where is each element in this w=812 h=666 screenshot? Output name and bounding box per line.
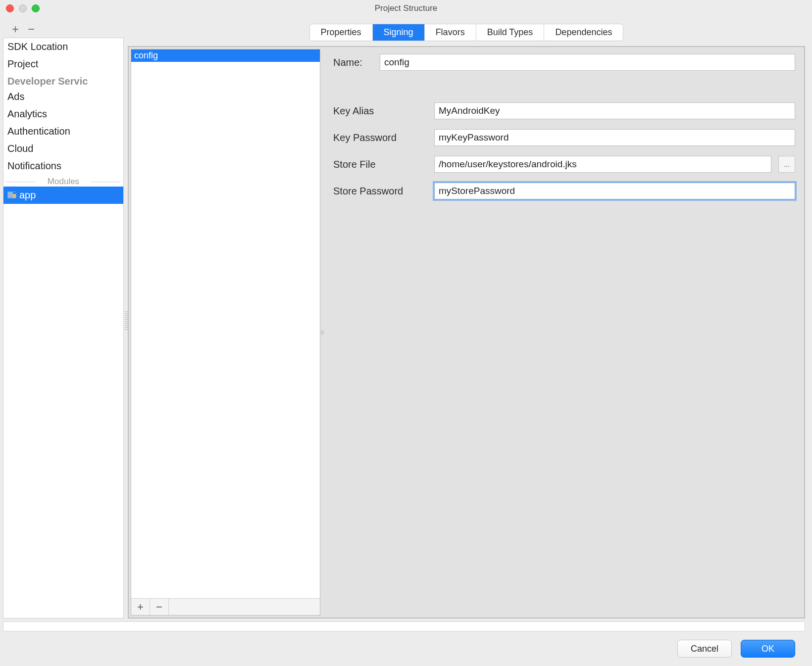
- cancel-button[interactable]: Cancel: [677, 640, 732, 658]
- sidebar-header-modules: Modules: [3, 177, 123, 187]
- tabs: Properties Signing Flavors Build Types D…: [128, 24, 805, 41]
- config-list: config + −: [131, 49, 320, 616]
- module-icon: [7, 191, 16, 198]
- sidebar-item-project[interactable]: Project: [3, 55, 123, 73]
- row-name: Name:: [333, 54, 795, 71]
- remove-module-icon[interactable]: −: [28, 23, 35, 35]
- sidebar-item-ads[interactable]: Ads: [3, 88, 123, 105]
- remove-config-button[interactable]: −: [150, 599, 169, 615]
- content-area: + − SDK Location Project Developer Servi…: [0, 17, 812, 618]
- tab-dependencies[interactable]: Dependencies: [544, 24, 623, 41]
- row-store-password: Store Password: [333, 183, 795, 199]
- splitter-grip-icon[interactable]: [125, 311, 128, 331]
- status-bar: [3, 621, 805, 631]
- sidebar-item-cloud[interactable]: Cloud: [3, 140, 123, 157]
- sidebar-toolbar: + −: [3, 24, 124, 38]
- signing-panel: config + − Name: Key Alias: [128, 46, 805, 618]
- sidebar-item-authentication[interactable]: Authentication: [3, 123, 123, 140]
- label-store-password: Store Password: [333, 186, 427, 197]
- row-key-password: Key Password: [333, 129, 795, 146]
- browse-store-file-button[interactable]: ...: [778, 156, 795, 173]
- row-store-file: Store File ...: [333, 156, 795, 173]
- project-structure-window: Project Structure + − SDK Location Proje…: [0, 0, 812, 666]
- tab-signing[interactable]: Signing: [373, 24, 425, 41]
- main-panel: Properties Signing Flavors Build Types D…: [128, 24, 805, 618]
- label-store-file: Store File: [333, 159, 427, 170]
- store-file-field[interactable]: [434, 156, 771, 173]
- label-key-password: Key Password: [333, 132, 427, 143]
- sidebar-item-analytics[interactable]: Analytics: [3, 105, 123, 123]
- add-config-button[interactable]: +: [131, 599, 150, 615]
- label-key-alias: Key Alias: [333, 105, 427, 117]
- ok-button[interactable]: OK: [741, 640, 795, 658]
- row-key-alias: Key Alias: [333, 102, 795, 119]
- sidebar-list: SDK Location Project Developer Servic Ad…: [3, 38, 124, 618]
- signing-form: Name: Key Alias Key Password Store File: [324, 47, 804, 618]
- sidebar-header-developer-services: Developer Servic: [3, 73, 123, 88]
- tab-properties[interactable]: Properties: [310, 24, 373, 41]
- dialog-footer: Cancel OK: [0, 631, 812, 666]
- name-field[interactable]: [380, 54, 795, 71]
- tab-flavors[interactable]: Flavors: [425, 24, 476, 41]
- tabset: Properties Signing Flavors Build Types D…: [309, 24, 624, 41]
- window-title: Project Structure: [0, 3, 812, 13]
- sidebar-item-notifications[interactable]: Notifications: [3, 157, 123, 175]
- sidebar-item-sdk-location[interactable]: SDK Location: [3, 38, 123, 55]
- add-module-icon[interactable]: +: [12, 23, 19, 35]
- sidebar-item-label: app: [19, 190, 36, 200]
- config-list-toolbar: + −: [131, 598, 320, 615]
- store-password-field[interactable]: [434, 183, 795, 199]
- label-name: Name:: [333, 57, 373, 68]
- titlebar: Project Structure: [0, 0, 812, 17]
- panel-splitter[interactable]: [320, 47, 324, 618]
- sidebar-item-app[interactable]: app: [3, 187, 123, 204]
- key-password-field[interactable]: [434, 129, 795, 146]
- config-item[interactable]: config: [131, 49, 320, 62]
- sidebar: + − SDK Location Project Developer Servi…: [3, 24, 124, 618]
- tab-build-types[interactable]: Build Types: [476, 24, 545, 41]
- key-alias-field[interactable]: [434, 102, 795, 119]
